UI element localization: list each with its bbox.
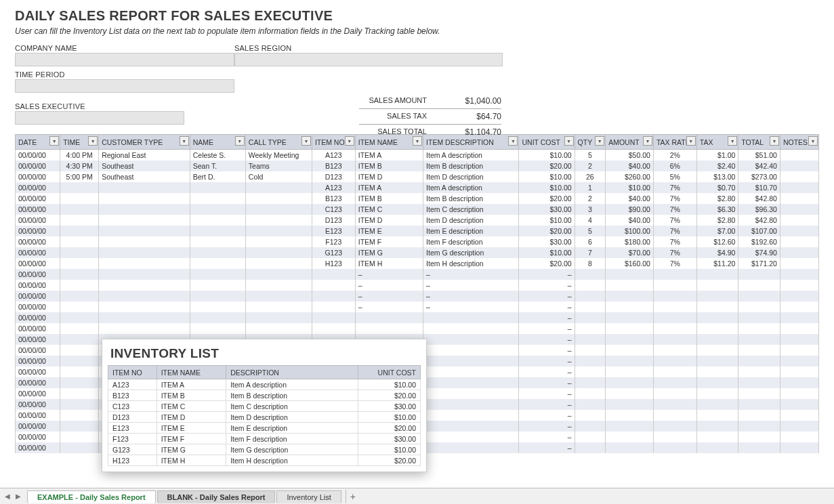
table-row[interactable]: 00/00/004:30 PMSoutheastSean T.TeamsB123… (16, 161, 819, 171)
cell[interactable] (245, 215, 312, 226)
cell[interactable] (738, 388, 780, 399)
cell[interactable] (99, 182, 190, 193)
cell[interactable]: 5% (653, 171, 696, 182)
cell[interactable]: ITEM B (355, 193, 423, 204)
table-row[interactable]: 00/00/00––– (16, 280, 819, 291)
tab-blank[interactable]: BLANK - Daily Sales Report (157, 490, 276, 503)
cell[interactable] (99, 312, 190, 323)
filter-dropdown-icon[interactable] (508, 136, 518, 146)
cell[interactable] (99, 226, 190, 236)
cell[interactable]: 8 (575, 258, 606, 269)
cell[interactable]: – (423, 269, 519, 280)
cell[interactable]: $96.30 (738, 204, 780, 215)
filter-dropdown-icon[interactable] (728, 136, 737, 146)
cell[interactable] (606, 345, 654, 356)
cell[interactable]: 00/00/00 (16, 182, 60, 193)
cell[interactable]: 00/00/00 (16, 280, 60, 291)
cell[interactable]: 00/00/00 (16, 226, 60, 236)
cell[interactable] (696, 399, 738, 410)
cell[interactable] (245, 291, 312, 301)
cell[interactable] (653, 345, 696, 356)
cell[interactable] (423, 345, 519, 356)
cell[interactable] (99, 236, 190, 247)
cell[interactable]: 00/00/00 (16, 399, 60, 410)
filter-dropdown-icon[interactable] (345, 136, 354, 146)
cell[interactable] (653, 388, 696, 399)
cell[interactable]: – (423, 280, 519, 291)
cell[interactable] (575, 280, 606, 291)
filter-dropdown-icon[interactable] (413, 136, 422, 146)
cell[interactable] (738, 356, 780, 366)
cell[interactable] (696, 269, 738, 280)
cell[interactable] (245, 280, 312, 291)
cell[interactable] (780, 161, 818, 171)
cell[interactable] (423, 432, 519, 442)
cell[interactable] (780, 269, 818, 280)
cell[interactable] (738, 345, 780, 356)
col-header[interactable]: TIME (60, 135, 99, 150)
cell[interactable] (606, 432, 654, 442)
cell[interactable] (738, 291, 780, 301)
filter-dropdown-icon[interactable] (595, 136, 604, 146)
cell[interactable]: 00/00/00 (16, 291, 60, 301)
cell[interactable] (60, 301, 99, 312)
cell[interactable] (653, 366, 696, 377)
cell[interactable]: – (519, 345, 575, 356)
cell[interactable] (190, 247, 245, 258)
cell[interactable]: 7% (653, 204, 696, 215)
filter-dropdown-icon[interactable] (235, 136, 245, 146)
cell[interactable]: 7% (653, 258, 696, 269)
cell[interactable] (780, 258, 818, 269)
cell[interactable] (423, 334, 519, 345)
cell[interactable] (60, 356, 99, 366)
cell[interactable]: A123 (312, 150, 355, 161)
cell[interactable] (60, 345, 99, 356)
cell[interactable] (696, 356, 738, 366)
cell[interactable]: 4:00 PM (60, 150, 99, 161)
cell[interactable] (696, 388, 738, 399)
cell[interactable] (190, 258, 245, 269)
cell[interactable]: – (519, 410, 575, 421)
cell[interactable]: C123 (312, 204, 355, 215)
cell[interactable]: ITEM H (355, 258, 423, 269)
cell[interactable]: – (519, 388, 575, 399)
cell[interactable] (245, 236, 312, 247)
cell[interactable] (575, 345, 606, 356)
filter-dropdown-icon[interactable] (301, 136, 311, 146)
cell[interactable] (355, 312, 423, 323)
cell[interactable]: – (519, 356, 575, 366)
cell[interactable]: 00/00/00 (16, 247, 60, 258)
cell[interactable]: $1.00 (696, 150, 738, 161)
cell[interactable]: 7% (653, 226, 696, 236)
cell[interactable] (696, 432, 738, 442)
cell[interactable]: 5:00 PM (60, 171, 99, 182)
cell[interactable] (190, 182, 245, 193)
cell[interactable] (190, 236, 245, 247)
cell[interactable] (99, 291, 190, 301)
tab-example[interactable]: EXAMPLE - Daily Sales Report (27, 490, 156, 503)
cell[interactable] (60, 236, 99, 247)
cell[interactable] (60, 377, 99, 388)
cell[interactable] (696, 334, 738, 345)
cell[interactable]: – (519, 312, 575, 323)
cell[interactable]: 00/00/00 (16, 236, 60, 247)
table-row[interactable]: 00/00/00A123ITEM AItem A description$10.… (16, 182, 819, 193)
cell[interactable]: 2% (653, 150, 696, 161)
cell[interactable]: – (423, 301, 519, 312)
col-header[interactable]: ITEM DESCRIPTION (423, 135, 519, 150)
cell[interactable]: $20.00 (519, 258, 575, 269)
cell[interactable]: 00/00/00 (16, 432, 60, 442)
col-header[interactable]: AMOUNT (606, 135, 654, 150)
col-header[interactable]: UNIT COST (519, 135, 575, 150)
cell[interactable] (780, 388, 818, 399)
cell[interactable] (575, 421, 606, 432)
cell[interactable] (606, 410, 654, 421)
cell[interactable]: ITEM G (355, 247, 423, 258)
cell[interactable] (575, 301, 606, 312)
cell[interactable] (780, 236, 818, 247)
cell[interactable] (738, 269, 780, 280)
cell[interactable] (696, 366, 738, 377)
cell[interactable]: 00/00/00 (16, 356, 60, 366)
table-row[interactable]: 00/00/004:00 PMRegional EastCeleste S.We… (16, 150, 819, 161)
cell[interactable] (245, 312, 312, 323)
